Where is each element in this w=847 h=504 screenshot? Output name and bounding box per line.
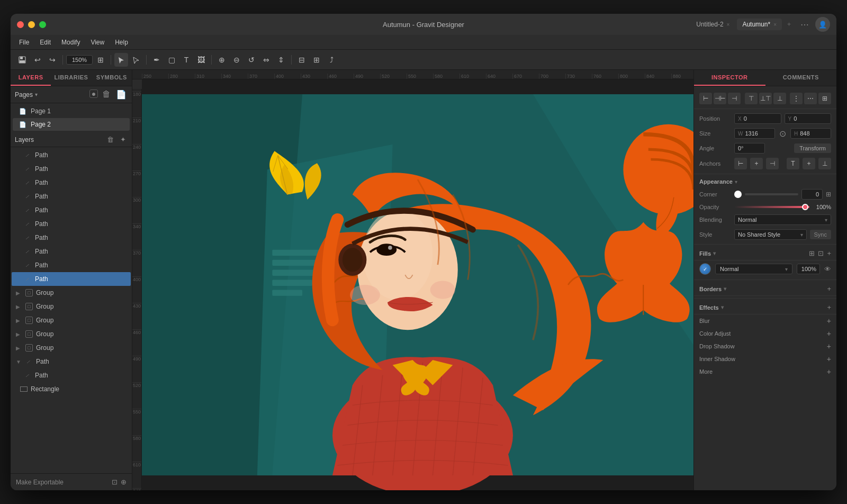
fill-swatch[interactable]: ✓ xyxy=(699,263,711,275)
rotate-tool[interactable]: ↺ xyxy=(245,53,258,67)
add-layer-button[interactable]: ✦ xyxy=(118,136,128,143)
layer-group-3[interactable]: ▶ □ Group xyxy=(12,313,131,327)
add-page-button[interactable]: 📄 xyxy=(115,89,128,100)
angle-field[interactable]: 0° xyxy=(734,143,765,154)
tab-inspector[interactable]: INSPECTOR xyxy=(694,70,765,86)
doc-tab-autumun-close[interactable]: × xyxy=(773,22,777,28)
layer-path-9[interactable]: ⟋ Path xyxy=(12,258,131,272)
position-x-field[interactable]: X 0 xyxy=(734,113,781,124)
layer-path-6[interactable]: ⟋ Path xyxy=(12,217,131,231)
canvas-content[interactable] xyxy=(142,79,693,490)
zoom-fit-button[interactable]: ⊞ xyxy=(94,53,107,67)
save-button[interactable] xyxy=(15,53,30,67)
style-select[interactable]: No Shared Style ▾ xyxy=(734,229,807,240)
anchor-center-button[interactable]: + xyxy=(750,158,763,169)
close-button[interactable] xyxy=(17,21,24,28)
doc-tab-untitled[interactable]: Untitled-2 × xyxy=(691,19,735,30)
layer-path-11[interactable]: ⟋ Path xyxy=(12,368,131,382)
doc-tab-untitled-close[interactable]: × xyxy=(727,22,730,28)
anchor-left-button[interactable]: ⊢ xyxy=(734,158,747,169)
corner-smooth-button[interactable]: ⊞ xyxy=(826,191,831,198)
corner-slider[interactable] xyxy=(745,193,798,195)
layer-path-7[interactable]: ⟋ Path xyxy=(12,231,131,245)
inner-shadow-add-button[interactable]: + xyxy=(827,355,831,363)
maximize-button[interactable] xyxy=(39,21,46,28)
align-center-h-button[interactable]: ⊣⊢ xyxy=(714,93,726,104)
transform-button[interactable]: Transform xyxy=(794,143,831,153)
pages-header[interactable]: Pages ▾ xyxy=(15,91,38,98)
direct-select-tool[interactable] xyxy=(129,53,143,67)
opacity-slider[interactable] xyxy=(734,206,809,208)
group-expand-2[interactable]: ▶ xyxy=(16,304,22,310)
style-sync-button[interactable]: Sync xyxy=(810,230,831,239)
link-proportions-button[interactable]: ⊙ xyxy=(779,129,786,139)
group-expand-5[interactable]: ▶ xyxy=(16,345,22,351)
export-tool[interactable]: ⤴ xyxy=(325,53,338,67)
menu-view[interactable]: View xyxy=(86,37,109,48)
zoom-display[interactable]: 150% xyxy=(66,55,93,65)
shape-tool[interactable]: ▢ xyxy=(165,53,178,67)
blending-select[interactable]: Normal ▾ xyxy=(734,214,831,225)
effects-add-button[interactable]: + xyxy=(827,303,831,311)
undo-button[interactable]: ↩ xyxy=(31,53,44,67)
path-group-expand[interactable]: ▼ xyxy=(16,359,22,365)
tab-layers[interactable]: Layers xyxy=(11,70,51,86)
minimize-button[interactable] xyxy=(28,21,35,28)
doc-tab-autumun[interactable]: Autumun* × xyxy=(737,19,782,30)
menu-help[interactable]: Help xyxy=(111,37,132,48)
blur-add-button[interactable]: + xyxy=(827,317,831,325)
position-y-field[interactable]: Y 0 xyxy=(785,113,832,124)
group-expand-3[interactable]: ▶ xyxy=(16,318,22,323)
layer-group-4[interactable]: ▶ □ Group xyxy=(12,327,131,341)
group-expand-4[interactable]: ▶ xyxy=(16,331,22,337)
tab-libraries[interactable]: Libraries xyxy=(51,70,91,86)
flip-h-tool[interactable]: ⇔ xyxy=(259,53,273,67)
text-tool[interactable]: T xyxy=(179,53,193,67)
size-w-field[interactable]: W 1316 xyxy=(734,128,775,139)
align-bottom-button[interactable]: ⊥ xyxy=(773,93,786,104)
fills-add-button[interactable]: + xyxy=(827,249,831,257)
fill-button[interactable]: ⊞ xyxy=(818,93,831,104)
dist-v-button[interactable]: ⋯ xyxy=(804,93,817,104)
appearance-section[interactable]: Appearance ▾ xyxy=(694,176,836,187)
drop-shadow-add-button[interactable]: + xyxy=(827,342,831,350)
add-doc-tab-button[interactable]: + xyxy=(784,21,794,28)
page-visibility-button[interactable]: ● xyxy=(89,89,98,98)
fill-opacity[interactable]: 100% xyxy=(797,264,820,274)
fills-settings-button[interactable]: ⊞ xyxy=(809,249,815,257)
align-left-button[interactable]: ⊢ xyxy=(699,93,712,104)
flip-v-tool[interactable]: ⇕ xyxy=(274,53,288,67)
anchor-mid-button[interactable]: + xyxy=(803,158,815,169)
page-item-1[interactable]: 📄 Page 1 xyxy=(13,105,130,118)
menu-modify[interactable]: Modify xyxy=(57,37,84,48)
align-center-v-button[interactable]: ⊥⊤ xyxy=(759,93,772,104)
layer-group-5[interactable]: ▶ □ Group xyxy=(12,341,131,355)
layer-path-group[interactable]: ▼ ⟋ Path xyxy=(12,355,131,368)
tab-symbols[interactable]: Symbols xyxy=(92,70,132,86)
redo-button[interactable]: ↪ xyxy=(46,53,59,67)
layer-rectangle[interactable]: Rectangle xyxy=(12,382,131,396)
layer-group-2[interactable]: ▶ □ Group xyxy=(12,300,131,313)
corner-value[interactable]: 0 xyxy=(801,189,823,200)
layer-path-10[interactable]: ⟋ Path xyxy=(12,272,131,286)
anchor-bot-button[interactable]: ⊥ xyxy=(818,158,831,169)
color-adjust-add-button[interactable]: + xyxy=(827,329,831,338)
boolean-union[interactable]: ⊕ xyxy=(215,53,229,67)
delete-page-button[interactable]: 🗑 xyxy=(101,89,112,100)
layer-path-2[interactable]: ⟋ Path xyxy=(12,162,131,176)
corner-dot[interactable] xyxy=(734,191,742,198)
window-menu-icon[interactable]: ⋯ xyxy=(800,20,809,30)
layer-path-5[interactable]: ⟋ Path xyxy=(12,203,131,217)
fill-visibility-button[interactable]: 👁 xyxy=(824,265,831,273)
delete-layer-button[interactable]: 🗑 xyxy=(105,136,115,143)
user-avatar[interactable]: 👤 xyxy=(815,17,830,32)
align-tool[interactable]: ⊟ xyxy=(295,53,309,67)
layer-path-8[interactable]: ⟋ Path xyxy=(12,245,131,258)
image-tool[interactable]: 🖼 xyxy=(194,53,208,67)
anchor-right-button[interactable]: ⊣ xyxy=(766,158,779,169)
anchor-top-button[interactable]: T xyxy=(787,158,799,169)
layer-path-1[interactable]: ⟋ Path xyxy=(12,148,131,162)
layer-path-3[interactable]: ⟋ Path xyxy=(12,176,131,190)
pen-tool[interactable]: ✒ xyxy=(150,53,164,67)
size-h-field[interactable]: H 848 xyxy=(790,128,831,139)
